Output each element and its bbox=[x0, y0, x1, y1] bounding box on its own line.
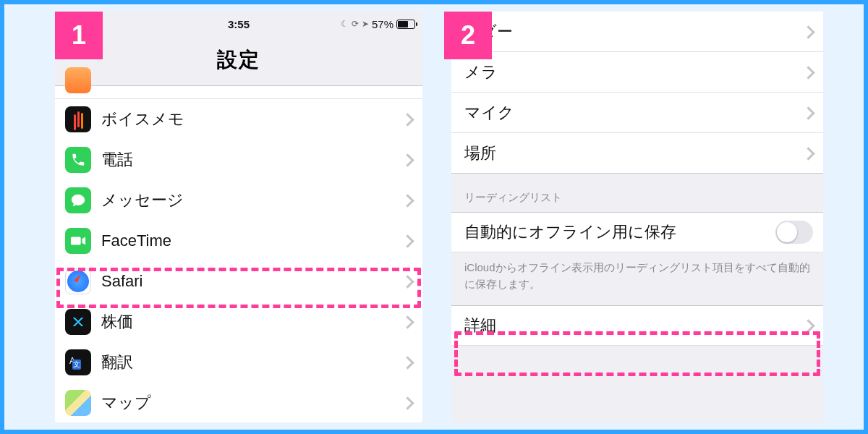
row-microphone[interactable]: マイク bbox=[451, 93, 823, 133]
chevron-right-icon bbox=[804, 316, 813, 335]
voice-memos-icon bbox=[65, 106, 91, 132]
row-phone[interactable]: 電話 bbox=[55, 140, 422, 180]
chevron-right-icon bbox=[403, 191, 412, 210]
row-voice-memos[interactable]: ボイスメモ bbox=[55, 99, 422, 140]
phone-icon bbox=[65, 147, 91, 173]
safari-settings-screen: ーダー メラ マイク 場所 リーディングリスト 自動的にオフライン用に保存 iC… bbox=[451, 12, 823, 422]
battery-percent: 57% bbox=[372, 18, 393, 30]
maps-icon bbox=[65, 390, 91, 416]
toggle-switch[interactable] bbox=[775, 221, 813, 244]
safari-icon bbox=[65, 268, 91, 294]
section-footer-reading-list: iCloudからオフライン表示用のリーディングリスト項目をすべて自動的に保存しま… bbox=[451, 252, 823, 305]
row-auto-offline-save[interactable]: 自動的にオフライン用に保存 bbox=[451, 212, 823, 252]
chevron-right-icon bbox=[403, 312, 412, 331]
row-label: メッセージ bbox=[101, 190, 184, 211]
row-label: ボイスメモ bbox=[101, 109, 184, 130]
row-stocks[interactable]: 株価 bbox=[55, 302, 422, 342]
chevron-right-icon bbox=[403, 110, 412, 129]
clock: 3:55 bbox=[228, 18, 250, 30]
row-advanced[interactable]: 詳細 bbox=[451, 305, 823, 346]
chevron-right-icon bbox=[804, 144, 813, 163]
battery-icon bbox=[396, 20, 415, 29]
location-services-icon: ➤ bbox=[362, 19, 369, 29]
chevron-right-icon bbox=[403, 353, 412, 372]
row-label: メラ bbox=[464, 61, 498, 83]
chevron-right-icon bbox=[403, 393, 412, 412]
row-label: FaceTime bbox=[101, 231, 171, 250]
row-reader[interactable]: ーダー bbox=[451, 12, 823, 52]
row-label: 場所 bbox=[464, 142, 496, 164]
row-facetime[interactable]: FaceTime bbox=[55, 221, 422, 261]
chevron-right-icon bbox=[403, 150, 412, 169]
chevron-right-icon bbox=[403, 231, 412, 250]
nav-header: 設定 bbox=[55, 36, 422, 86]
row-safari[interactable]: Safari bbox=[55, 261, 422, 302]
row-maps[interactable]: マップ bbox=[55, 383, 422, 422]
row-translate[interactable]: 翻訳 bbox=[55, 342, 422, 383]
row-label: 株価 bbox=[101, 311, 133, 333]
row-label: マップ bbox=[101, 392, 151, 414]
messages-icon bbox=[65, 187, 91, 213]
row-label: 自動的にオフライン用に保存 bbox=[464, 221, 676, 243]
chevron-right-icon bbox=[804, 22, 813, 41]
row-messages[interactable]: メッセージ bbox=[55, 180, 422, 221]
row-location[interactable]: 場所 bbox=[451, 133, 823, 174]
row-label: 詳細 bbox=[464, 315, 496, 336]
translate-icon bbox=[65, 349, 91, 375]
chevron-right-icon bbox=[403, 272, 412, 291]
chevron-right-icon bbox=[804, 103, 813, 122]
dnd-icon: ☾ bbox=[341, 19, 349, 29]
row-label: 翻訳 bbox=[101, 352, 133, 373]
facetime-icon bbox=[65, 228, 91, 254]
row-label: マイク bbox=[464, 102, 514, 124]
step-badge-2: 2 bbox=[444, 12, 492, 59]
row-label: Safari bbox=[101, 272, 142, 291]
row-label: 電話 bbox=[101, 149, 133, 171]
orientation-lock-icon: ⟳ bbox=[352, 19, 359, 29]
step-badge-1: 1 bbox=[55, 12, 103, 59]
row-camera[interactable]: メラ bbox=[451, 52, 823, 93]
stocks-icon bbox=[65, 309, 91, 335]
settings-screen: obile 3:55 ☾ ⟳ ➤ 57% 設定 ボイスメモ 電話 bbox=[55, 12, 422, 422]
status-bar: obile 3:55 ☾ ⟳ ➤ 57% bbox=[55, 12, 422, 36]
section-header-reading-list: リーディングリスト bbox=[451, 174, 823, 212]
page-title: 設定 bbox=[55, 46, 422, 74]
chevron-right-icon bbox=[804, 63, 813, 82]
